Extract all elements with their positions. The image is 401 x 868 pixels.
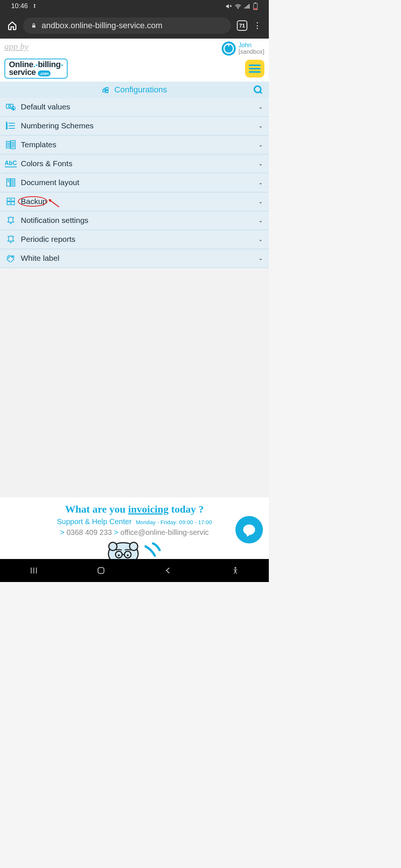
menu-item-label: Colors & Fonts bbox=[21, 159, 253, 168]
tag-icon bbox=[6, 253, 16, 263]
svg-point-0 bbox=[34, 4, 35, 6]
hamburger-menu-button[interactable] bbox=[245, 60, 264, 78]
menu-item-white-label[interactable]: White label ⌄ bbox=[0, 249, 269, 268]
menu-item-label: Numbering Schemes bbox=[21, 121, 253, 130]
browser-more-icon[interactable]: ⋮ bbox=[253, 21, 261, 30]
chevron-down-icon: ⌄ bbox=[258, 236, 263, 242]
support-hours: Monday - Friday: 09:00 - 17:00 bbox=[136, 519, 212, 525]
user-environment: [sandbox] bbox=[239, 49, 264, 55]
chevron-down-icon: ⌄ bbox=[258, 217, 263, 223]
menu-item-label: Document layout bbox=[21, 178, 253, 187]
document-layout-icon bbox=[6, 178, 16, 187]
section-title: Configurations bbox=[114, 85, 167, 95]
bell-icon bbox=[6, 234, 16, 244]
android-back-button[interactable] bbox=[162, 564, 175, 577]
menu-item-numbering-schemes[interactable]: 123 Numbering Schemes ⌄ bbox=[0, 117, 269, 136]
menu-item-periodic-reports[interactable]: Periodic reports ⌄ bbox=[0, 230, 269, 249]
page-footer: What are you invoicing today ? Support &… bbox=[0, 497, 269, 559]
svg-text:1: 1 bbox=[13, 108, 14, 110]
svg-point-28 bbox=[109, 542, 117, 550]
svg-text:2: 2 bbox=[6, 124, 7, 127]
menu-item-templates[interactable]: Templates ⌄ bbox=[0, 136, 269, 155]
svg-rect-21 bbox=[11, 141, 15, 149]
url-bar[interactable]: andbox.online-billing-service.com bbox=[23, 17, 231, 34]
svg-point-32 bbox=[118, 555, 120, 556]
svg-rect-2 bbox=[246, 6, 247, 9]
menu-item-document-layout[interactable]: Document layout ⌄ bbox=[0, 174, 269, 193]
svg-rect-8 bbox=[32, 25, 35, 27]
support-email[interactable]: office@online-billing-servic bbox=[120, 528, 209, 536]
chevron-down-icon: ⌄ bbox=[258, 255, 263, 261]
user-info[interactable]: John [sandbox] bbox=[222, 42, 264, 56]
chat-fab-button[interactable] bbox=[235, 516, 263, 543]
chevron-down-icon: ⌄ bbox=[258, 123, 263, 129]
money-coins-icon: 1 bbox=[6, 102, 16, 112]
abc-icon: AbC bbox=[6, 159, 16, 168]
volume-mute-icon bbox=[225, 3, 232, 10]
annotation-circle bbox=[18, 196, 48, 207]
footer-headline: What are you invoicing today ? bbox=[4, 503, 264, 515]
svg-point-12 bbox=[254, 86, 261, 93]
accessibility-button[interactable] bbox=[229, 564, 242, 577]
status-time: 10:46 bbox=[11, 2, 28, 10]
menu-item-label: White label bbox=[21, 254, 253, 263]
svg-rect-23 bbox=[11, 179, 15, 186]
svg-point-26 bbox=[12, 257, 13, 258]
support-phone[interactable]: 0368 409 233 bbox=[66, 528, 112, 536]
menu-item-label: Default values bbox=[21, 102, 253, 111]
section-header: Configurations bbox=[0, 82, 269, 98]
chevron-down-icon: ⌄ bbox=[258, 180, 263, 185]
chevron-down-icon: ⌄ bbox=[258, 198, 263, 204]
url-text: andbox.online-billing-service.com bbox=[42, 21, 162, 30]
svg-point-29 bbox=[130, 542, 138, 550]
svg-rect-7 bbox=[254, 8, 257, 9]
svg-rect-9 bbox=[103, 90, 105, 92]
signal-icon bbox=[244, 3, 251, 10]
svg-rect-4 bbox=[249, 4, 250, 9]
numbered-list-icon: 123 bbox=[6, 121, 16, 131]
svg-point-33 bbox=[127, 555, 129, 556]
svg-rect-34 bbox=[98, 568, 104, 573]
svg-text:1: 1 bbox=[6, 122, 7, 124]
configurations-menu: 1 Default values ⌄ 123 Numbering Schemes… bbox=[0, 98, 269, 268]
user-name: John bbox=[239, 42, 264, 49]
support-link[interactable]: Support & Help Center bbox=[57, 517, 131, 526]
menu-item-label: Templates bbox=[21, 140, 253, 149]
chevron-down-icon: ⌄ bbox=[258, 104, 263, 110]
menu-item-label: Periodic reports bbox=[21, 235, 253, 244]
empty-content-area bbox=[0, 268, 269, 497]
app-by-label: app by bbox=[4, 42, 29, 52]
menu-item-default-values[interactable]: 1 Default values ⌄ bbox=[0, 98, 269, 117]
battery-low-icon bbox=[253, 3, 258, 10]
svg-text:3: 3 bbox=[6, 127, 7, 129]
archive-icon bbox=[6, 197, 16, 206]
android-status-bar: 10:46 bbox=[0, 0, 269, 12]
svg-point-14 bbox=[9, 105, 11, 108]
app-header: app by John [sandbox] Online.-billing- s… bbox=[0, 39, 269, 82]
menu-item-backup[interactable]: Backup ⌄ bbox=[0, 193, 269, 211]
power-icon bbox=[222, 42, 236, 56]
bell-icon bbox=[6, 216, 16, 225]
status-app-icon bbox=[32, 3, 38, 9]
menu-item-colors-fonts[interactable]: AbC Colors & Fonts ⌄ bbox=[0, 155, 269, 174]
templates-icon bbox=[6, 140, 16, 149]
android-nav-bar bbox=[0, 559, 269, 582]
browser-toolbar: andbox.online-billing-service.com 71 ⋮ bbox=[0, 12, 269, 39]
mascot-image bbox=[4, 539, 264, 559]
android-home-button[interactable] bbox=[94, 564, 108, 577]
android-recents-button[interactable] bbox=[27, 564, 40, 577]
configurations-icon bbox=[102, 85, 111, 94]
tab-count-button[interactable]: 71 bbox=[237, 20, 247, 31]
site-logo[interactable]: Online.-billing- service .com bbox=[4, 59, 68, 79]
svg-point-35 bbox=[234, 567, 236, 569]
chevron-down-icon: ⌄ bbox=[258, 161, 263, 167]
chevron-down-icon: ⌄ bbox=[258, 142, 263, 148]
svg-rect-10 bbox=[106, 88, 108, 90]
lock-icon bbox=[31, 23, 36, 28]
wifi-icon bbox=[235, 3, 241, 10]
svg-rect-22 bbox=[7, 179, 10, 186]
menu-item-notification-settings[interactable]: Notification settings ⌄ bbox=[0, 211, 269, 230]
chat-bubble-icon bbox=[243, 525, 255, 535]
browser-home-icon[interactable] bbox=[7, 21, 17, 30]
search-icon[interactable] bbox=[252, 84, 264, 95]
